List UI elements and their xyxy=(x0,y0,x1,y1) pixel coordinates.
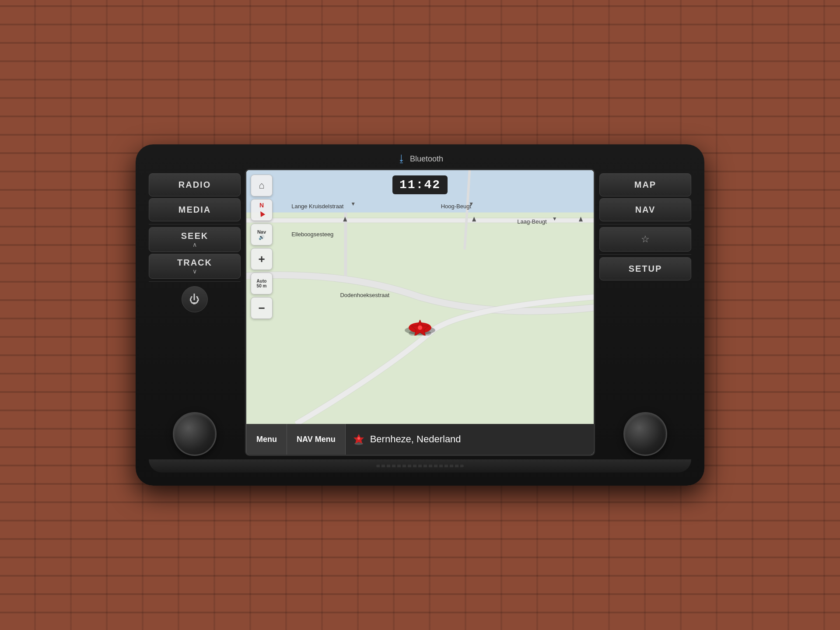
left-panel: RADIO MEDIA SEEK ∧ TRACK ∨ ⏻ xyxy=(149,169,245,456)
location-text: Bernheze, Nederland xyxy=(370,434,461,445)
power-icon: ⏻ xyxy=(189,293,200,305)
street-label-lange: Lange Kruisdelstraat xyxy=(291,203,343,210)
compass-button[interactable]: N ▲ xyxy=(251,199,273,221)
zoom-auto-button[interactable]: Auto 50 m xyxy=(251,273,273,294)
street-label-laag: Laag-Beugt xyxy=(517,218,546,225)
track-button[interactable]: TRACK ∨ xyxy=(149,254,241,279)
map-controls: ⌂ N ▲ Nav 🔊 + Auto 50 m xyxy=(251,175,273,319)
navigation-screen: 11:42 Lange Kruisdelstraat Hoog-Beugt La… xyxy=(245,169,595,456)
bluetooth-label: Bluetooth xyxy=(410,154,443,164)
seek-button[interactable]: SEEK ∧ xyxy=(149,227,241,252)
route-marker-3: ▼ xyxy=(552,216,557,222)
bottom-vent xyxy=(376,465,464,467)
auto-label: Auto xyxy=(257,279,267,284)
location-display: Bernheze, Nederland xyxy=(346,433,594,445)
zoom-in-button[interactable]: + xyxy=(251,248,273,270)
media-button[interactable]: MEDIA xyxy=(149,198,241,221)
seek-label: SEEK xyxy=(181,231,208,241)
nav-label: Nav xyxy=(257,229,266,234)
svg-point-8 xyxy=(418,326,422,330)
right-knob-area xyxy=(599,408,691,456)
left-knob-area xyxy=(149,408,241,456)
screen-container: 11:42 Lange Kruisdelstraat Hoog-Beugt La… xyxy=(245,169,595,456)
left-volume-knob[interactable] xyxy=(173,412,217,456)
setup-button[interactable]: SETUP xyxy=(599,257,691,280)
street-label-doden: Dodenhoeksestraat xyxy=(340,292,389,298)
right-volume-knob[interactable] xyxy=(623,412,667,456)
left-separator-1 xyxy=(149,224,241,224)
nav-button[interactable]: NAV xyxy=(599,198,691,221)
vehicle-icon xyxy=(407,318,433,337)
location-nav-icon xyxy=(353,433,365,445)
time-display: 11:42 xyxy=(392,175,448,194)
compass-arrow-icon: ▲ xyxy=(256,206,268,220)
nav-sound-button[interactable]: Nav 🔊 xyxy=(251,224,273,245)
map-area: 11:42 Lange Kruisdelstraat Hoog-Beugt La… xyxy=(246,170,594,424)
route-marker-2: ▼ xyxy=(469,201,474,207)
seek-up-arrow: ∧ xyxy=(192,241,197,248)
bluetooth-header: ⭳ Bluetooth xyxy=(397,153,443,164)
main-area: RADIO MEDIA SEEK ∧ TRACK ∨ ⏻ xyxy=(149,169,691,456)
star-icon: ☆ xyxy=(641,234,650,245)
map-button[interactable]: MAP xyxy=(599,173,691,196)
sound-icon: 🔊 xyxy=(259,234,265,240)
track-down-arrow: ∨ xyxy=(192,268,197,275)
street-label-elle: Elleboogsesteeg xyxy=(291,231,333,238)
power-button[interactable]: ⏻ xyxy=(182,286,208,312)
right-panel: MAP NAV ☆ SETUP xyxy=(595,169,691,456)
menu-button[interactable]: Menu xyxy=(246,424,287,455)
svg-point-11 xyxy=(357,437,360,440)
nav-menu-button[interactable]: NAV Menu xyxy=(287,424,346,455)
vehicle-position-marker xyxy=(407,318,433,337)
bottom-trim xyxy=(149,459,691,472)
right-separator xyxy=(599,224,691,224)
car-infotainment-unit: ⭳ Bluetooth RADIO MEDIA SEEK ∧ TRACK ∨ ⏻ xyxy=(136,144,704,486)
route-marker-1: ▼ xyxy=(350,201,356,207)
favorites-button[interactable]: ☆ xyxy=(599,227,691,252)
home-map-button[interactable]: ⌂ xyxy=(251,175,273,196)
street-label-hoog: Hoog-Beugt xyxy=(441,203,471,210)
track-label: TRACK xyxy=(177,258,212,268)
map-bottom-bar: Menu NAV Menu Bernheze, Nederland xyxy=(246,424,594,455)
radio-button[interactable]: RADIO xyxy=(149,173,241,196)
bluetooth-icon: ⭳ xyxy=(397,153,406,164)
home-icon: ⌂ xyxy=(259,180,264,191)
zoom-out-button[interactable]: − xyxy=(251,297,273,319)
left-separator-2 xyxy=(149,281,241,282)
scale-label: 50 m xyxy=(257,284,267,288)
right-separator-2 xyxy=(599,254,691,255)
